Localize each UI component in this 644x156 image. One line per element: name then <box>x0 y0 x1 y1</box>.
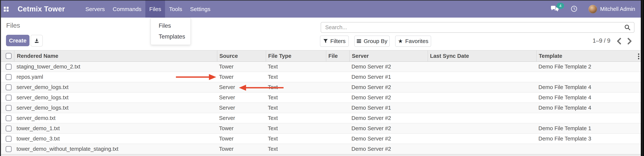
download-button[interactable] <box>30 35 43 47</box>
window-edge-left <box>0 0 1 156</box>
navbar-right: 4 Mitchell Admin <box>550 5 635 13</box>
cell-template: Demo File Template 3 <box>536 136 641 142</box>
cell-source: Tower <box>217 125 266 132</box>
menu-item-files[interactable]: Files <box>145 0 165 18</box>
download-icon <box>34 38 40 44</box>
cell-template: Demo File Template 4 <box>536 84 641 90</box>
cell-file_type: Text <box>266 115 326 121</box>
table-row[interactable]: server_demo.txtServerTextDemo Server #2 <box>1 113 641 123</box>
search-icon[interactable] <box>624 24 631 31</box>
table-row[interactable]: tower_demo_without_template_staging.txtT… <box>1 144 641 154</box>
user-avatar[interactable] <box>588 5 597 13</box>
group-by-button[interactable]: Group By <box>354 36 390 47</box>
cell-source: Server <box>217 94 266 101</box>
dropdown-item-templates[interactable]: Templates <box>151 31 190 42</box>
cell-file_type: Text <box>266 84 326 90</box>
group-by-bars-icon <box>356 39 362 44</box>
brand-title[interactable]: Cetmix Tower <box>18 5 65 13</box>
optional-columns-toggle[interactable] <box>638 51 639 62</box>
table-row[interactable]: tower_demo_1.txtTowerTextDemo Server #2D… <box>1 123 641 134</box>
search-input[interactable] <box>325 24 624 31</box>
user-name[interactable]: Mitchell Admin <box>600 6 635 12</box>
pager-previous-button[interactable] <box>616 38 622 45</box>
column-header-server[interactable]: Server <box>350 51 428 61</box>
cell-server: Demo Server #2 <box>350 94 428 101</box>
column-header-rendered-name[interactable]: Rendered Name <box>14 51 217 61</box>
cell-source: Tower <box>217 74 266 80</box>
cell-rendered_name: server_demo.txt <box>14 115 217 121</box>
column-header-last-sync-date[interactable]: Last Sync Date <box>428 51 536 61</box>
cell-rendered_name: repos.yaml <box>14 74 217 80</box>
row-checkbox[interactable] <box>6 74 12 80</box>
cell-template: Demo File Template 4 <box>536 94 641 101</box>
cell-rendered_name: server_demo_logs.txt <box>14 105 217 111</box>
cell-server: Demo Server #2 <box>350 64 428 70</box>
row-checkbox[interactable] <box>6 146 12 152</box>
table-row[interactable]: repos.yamlTowerTextDemo Server #1 <box>1 72 641 82</box>
activities-clock-icon[interactable] <box>571 6 577 13</box>
row-checkbox[interactable] <box>6 95 12 101</box>
cell-server: Demo Server #2 <box>350 115 428 121</box>
menu-item-tools[interactable]: Tools <box>165 0 186 18</box>
search-bar <box>321 22 634 33</box>
pager-range: 1–9 / 9 <box>592 37 610 44</box>
star-icon: ★ <box>398 38 403 44</box>
messages-badge: 4 <box>556 3 564 9</box>
menu-item-servers[interactable]: Servers <box>82 0 108 18</box>
messages-icon[interactable]: 4 <box>550 5 559 13</box>
table-row[interactable]: staging_tower_demo_2.txtTowerTextDemo Se… <box>1 62 641 72</box>
row-checkbox[interactable] <box>6 64 12 70</box>
row-checkbox[interactable] <box>6 136 12 142</box>
cell-file_type: Text <box>266 105 326 111</box>
top-navbar: Cetmix Tower Servers Commands Files Tool… <box>1 0 641 18</box>
cell-source: Tower <box>217 64 266 70</box>
window-edge-top <box>0 0 644 0</box>
row-checkbox[interactable] <box>6 115 12 121</box>
filter-funnel-icon <box>323 39 328 44</box>
favorites-label: Favorites <box>405 38 428 44</box>
cell-rendered_name: server_demo_logs.txt <box>14 84 217 90</box>
select-all-checkbox[interactable] <box>6 53 12 59</box>
table-row[interactable]: server_demo_logs.txtServerTextDemo Serve… <box>1 93 641 103</box>
cell-template: Demo File Template 4 <box>536 105 641 111</box>
dropdown-item-files[interactable]: Files <box>151 20 190 31</box>
create-button[interactable]: Create <box>6 35 30 46</box>
menu-item-commands[interactable]: Commands <box>109 0 145 18</box>
app-window: Cetmix Tower Servers Commands Files Tool… <box>0 0 644 156</box>
cell-template: Demo File Template 1 <box>536 125 641 132</box>
filters-label: Filters <box>330 38 346 44</box>
cell-file_type: Text <box>266 136 326 142</box>
table-footer-strip <box>1 154 641 156</box>
row-checkbox[interactable] <box>6 84 12 90</box>
column-header-file-type[interactable]: File Type <box>266 51 326 61</box>
pager-next-button[interactable] <box>627 38 632 45</box>
table-row[interactable]: server_demo_logs.txtServerTextDemo Serve… <box>1 82 641 93</box>
filters-button[interactable]: Filters <box>320 36 349 47</box>
cell-source: Server <box>217 115 266 121</box>
cell-file_type: Text <box>266 125 326 132</box>
cell-server: Demo Server #2 <box>350 84 428 90</box>
menu-item-settings[interactable]: Settings <box>186 0 214 18</box>
select-all-checkbox-cell <box>1 51 14 61</box>
column-header-file[interactable]: File <box>326 51 350 61</box>
group-by-label: Group By <box>364 38 388 44</box>
cell-source: Tower <box>217 136 266 142</box>
cell-server: Demo Server #2 <box>350 136 428 142</box>
table-header: Rendered NameSourceFile TypeFileServerLa… <box>1 50 641 62</box>
cell-server: Demo Server #1 <box>350 105 428 111</box>
cell-template: Demo File Template 2 <box>536 64 641 70</box>
row-checkbox[interactable] <box>6 126 12 132</box>
window-edge-right <box>641 0 644 156</box>
table-row[interactable]: tower_demo_3.txtTowerTextDemo Server #2D… <box>1 134 641 144</box>
table-row[interactable]: server_demo_logs.txtServerTextDemo Serve… <box>1 103 641 113</box>
column-header-template[interactable]: Template <box>536 51 641 61</box>
favorites-button[interactable]: ★ Favorites <box>395 36 431 47</box>
table-body: staging_tower_demo_2.txtTowerTextDemo Se… <box>1 62 641 154</box>
main-menu: Servers Commands Files Tools Settings <box>82 0 214 18</box>
cell-file_type: Text <box>266 64 326 70</box>
cell-source: Tower <box>217 146 266 152</box>
column-header-source[interactable]: Source <box>217 51 266 61</box>
cell-rendered_name: tower_demo_3.txt <box>14 136 217 142</box>
apps-grid-icon[interactable] <box>4 7 9 12</box>
row-checkbox[interactable] <box>6 105 12 111</box>
